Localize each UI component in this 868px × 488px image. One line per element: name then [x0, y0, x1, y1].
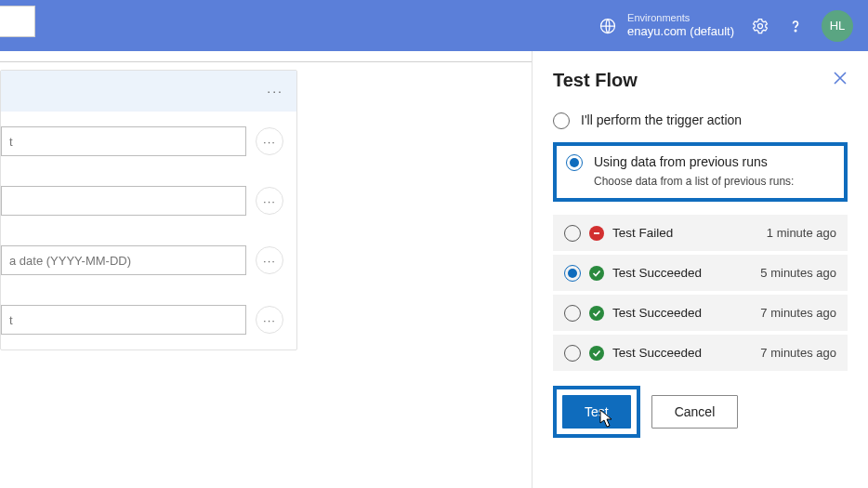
flow-step-card: ··· ··· ··· ··· ···: [0, 70, 297, 350]
run-item[interactable]: Test Succeeded5 minutes ago: [553, 255, 848, 291]
app-header: Environments enayu.com (default) HL: [0, 0, 868, 51]
run-item[interactable]: Test Succeeded7 minutes ago: [553, 335, 848, 371]
option-previous-runs-label: Using data from previous runs: [594, 153, 794, 171]
flow-input-3[interactable]: [1, 245, 246, 275]
option-previous-runs[interactable]: Using data from previous runs Choose dat…: [566, 153, 835, 189]
run-name: Test Succeeded: [612, 346, 760, 360]
test-button[interactable]: Test: [562, 395, 631, 429]
gear-icon[interactable]: [751, 17, 769, 35]
environment-picker[interactable]: Environments enayu.com (default): [598, 12, 734, 40]
flow-input-1[interactable]: [1, 126, 246, 156]
row-menu-icon[interactable]: ···: [256, 246, 283, 274]
run-timestamp: 7 minutes ago: [760, 346, 836, 360]
check-icon: [589, 346, 604, 361]
option-manual-label: I'll perform the trigger action: [581, 112, 742, 129]
check-icon: [589, 266, 604, 281]
card-menu-icon[interactable]: ···: [267, 84, 283, 99]
run-name: Test Succeeded: [612, 266, 760, 280]
close-icon[interactable]: [833, 71, 848, 90]
radio-icon[interactable]: [564, 305, 581, 322]
globe-icon: [598, 17, 617, 35]
run-item[interactable]: Test Succeeded7 minutes ago: [553, 295, 848, 331]
row-menu-icon[interactable]: ···: [256, 187, 283, 215]
avatar[interactable]: HL: [822, 10, 853, 42]
fail-icon: [589, 226, 604, 241]
flow-input-2[interactable]: [1, 186, 246, 216]
run-item[interactable]: Test Failed1 minute ago: [553, 215, 848, 251]
run-name: Test Failed: [612, 226, 767, 240]
flow-designer-canvas: ··· ··· ··· ··· ···: [0, 70, 297, 350]
svg-point-1: [758, 23, 763, 28]
run-timestamp: 7 minutes ago: [760, 306, 836, 320]
svg-point-2: [795, 30, 796, 31]
test-flow-panel: Test Flow I'll perform the trigger actio…: [532, 51, 868, 488]
run-timestamp: 5 minutes ago: [760, 266, 836, 280]
help-icon[interactable]: [786, 17, 805, 35]
option-manual[interactable]: I'll perform the trigger action: [553, 108, 848, 138]
env-label: Environments: [627, 12, 734, 25]
radio-icon[interactable]: [553, 112, 570, 129]
check-icon: [589, 306, 604, 321]
row-menu-icon[interactable]: ···: [256, 127, 283, 155]
test-button-label: Test: [585, 404, 609, 419]
cancel-button-label: Cancel: [675, 404, 716, 419]
radio-icon[interactable]: [564, 225, 581, 242]
option-previous-runs-highlight: Using data from previous runs Choose dat…: [553, 142, 848, 202]
runs-list: Test Failed1 minute agoTest Succeeded5 m…: [553, 215, 848, 371]
row-menu-icon[interactable]: ···: [256, 306, 283, 334]
flow-input-4[interactable]: [1, 305, 246, 335]
run-timestamp: 1 minute ago: [767, 226, 836, 240]
panel-title: Test Flow: [553, 70, 638, 91]
test-button-highlight: Test: [553, 386, 640, 438]
cancel-button[interactable]: Cancel: [651, 395, 739, 429]
radio-icon[interactable]: [564, 345, 581, 362]
env-value: enayu.com (default): [627, 24, 734, 39]
option-previous-runs-sub: Choose data from a list of previous runs…: [594, 174, 794, 189]
search-input[interactable]: [0, 6, 35, 37]
run-name: Test Succeeded: [612, 306, 760, 320]
radio-icon[interactable]: [564, 265, 581, 282]
radio-icon[interactable]: [566, 154, 583, 171]
